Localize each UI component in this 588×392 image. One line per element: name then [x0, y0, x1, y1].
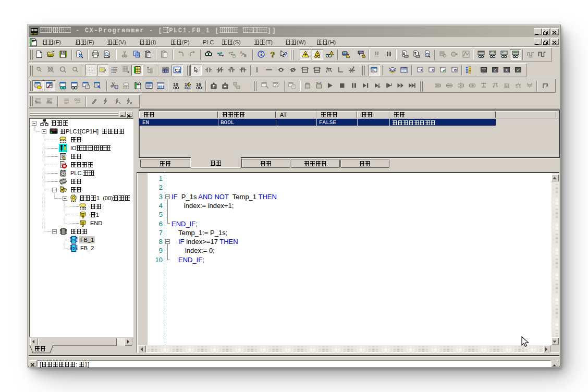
svg-text:Z: Z [494, 68, 497, 72]
svg-text:001: 001 [158, 85, 165, 89]
svg-text:16: 16 [196, 82, 201, 87]
svg-text:SMA: SMA [162, 66, 169, 69]
svg-text:X: X [432, 68, 434, 72]
svg-text:5: 5 [72, 238, 75, 242]
svg-text:run: run [529, 55, 532, 58]
svg-text:run: run [482, 71, 485, 74]
svg-text:A: A [240, 51, 242, 54]
svg-text:CI: CI [175, 68, 181, 74]
svg-text:10: 10 [173, 82, 178, 87]
svg-text:X: X [506, 68, 508, 72]
svg-text:run: run [375, 55, 378, 58]
svg-text:?: ? [271, 50, 275, 58]
svg-text:?: ? [284, 52, 287, 57]
svg-text:5: 5 [72, 246, 75, 251]
svg-text:B: B [244, 54, 247, 57]
